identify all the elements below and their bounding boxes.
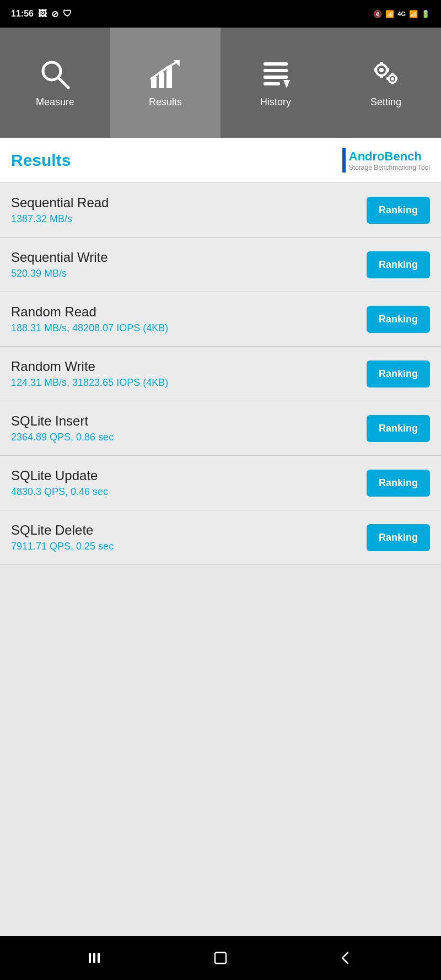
svg-rect-25 [98, 953, 100, 963]
benchmark-info: SQLite Insert 2364.89 QPS, 0.86 sec [11, 413, 114, 443]
photo-icon: 🖼 [38, 9, 47, 19]
ranking-button-4[interactable]: Ranking [367, 415, 430, 442]
svg-rect-21 [386, 77, 389, 80]
tab-setting[interactable]: Setting [331, 28, 441, 138]
brand-logo: AndroBench Storage Benchmarking Tool [342, 148, 430, 173]
benchmark-name: Sequential Write [11, 250, 108, 265]
tab-setting-label: Setting [370, 96, 401, 108]
tab-history[interactable]: History [220, 28, 331, 138]
history-icon [259, 58, 292, 91]
4g-icon: 4G [397, 10, 406, 17]
table-row: Random Read 188.31 MB/s, 48208.07 IOPS (… [0, 292, 441, 347]
benchmark-info: Random Read 188.31 MB/s, 48208.07 IOPS (… [11, 304, 168, 334]
table-row: Random Write 124.31 MB/s, 31823.65 IOPS … [0, 347, 441, 401]
ranking-button-2[interactable]: Ranking [367, 306, 430, 333]
brand-name-1: Andro [349, 149, 385, 163]
svg-rect-7 [263, 69, 288, 72]
benchmark-value: 520.39 MB/s [11, 268, 108, 279]
benchmark-info: SQLite Update 4830.3 QPS, 0.46 sec [11, 468, 108, 498]
nav-tabs: Measure Results History [0, 28, 441, 138]
back-icon [337, 949, 354, 967]
nav-back-button[interactable] [337, 949, 354, 967]
benchmark-info: SQLite Delete 7911.71 QPS, 0.25 sec [11, 523, 114, 552]
svg-rect-8 [263, 76, 288, 79]
benchmark-value: 188.31 MB/s, 48208.07 IOPS (4KB) [11, 322, 168, 334]
tab-measure-label: Measure [36, 96, 74, 108]
results-icon [149, 58, 182, 91]
nav-home-button[interactable] [212, 949, 229, 967]
tab-history-label: History [260, 96, 291, 108]
results-header: Results AndroBench Storage Benchmarking … [0, 138, 441, 183]
menu-icon [87, 949, 104, 967]
brand-text: AndroBench Storage Benchmarking Tool [349, 149, 430, 171]
measure-icon [39, 58, 72, 91]
benchmark-value: 124.31 MB/s, 31823.65 IOPS (4KB) [11, 377, 168, 389]
benchmark-info: Random Write 124.31 MB/s, 31823.65 IOPS … [11, 359, 168, 389]
table-row: Sequential Read 1387.32 MB/s Ranking [0, 183, 441, 238]
brand-name-2: Bench [385, 149, 422, 163]
benchmark-info: Sequential Read 1387.32 MB/s [11, 195, 109, 225]
status-bar: 11:56 🖼 ⊘ 🛡 🔇 📶 4G 📶 🔋 [0, 0, 441, 28]
ranking-button-0[interactable]: Ranking [367, 197, 430, 224]
svg-marker-10 [283, 80, 290, 88]
svg-point-12 [379, 68, 384, 72]
benchmark-name: SQLite Update [11, 468, 108, 483]
svg-rect-20 [391, 82, 394, 84]
benchmark-name: Random Write [11, 359, 168, 374]
svg-rect-6 [263, 62, 288, 66]
svg-rect-9 [263, 82, 280, 85]
svg-rect-26 [215, 952, 226, 963]
nav-menu-button[interactable] [87, 949, 104, 967]
benchmark-value: 2364.89 QPS, 0.86 sec [11, 432, 114, 443]
shield-icon: 🛡 [63, 9, 72, 19]
ranking-button-1[interactable]: Ranking [367, 251, 430, 278]
benchmark-list: Sequential Read 1387.32 MB/s Ranking Seq… [0, 183, 441, 936]
ranking-button-6[interactable]: Ranking [367, 524, 430, 551]
svg-rect-4 [166, 66, 172, 88]
wifi-icon: 📶 [385, 10, 394, 18]
table-row: SQLite Update 4830.3 QPS, 0.46 sec Ranki… [0, 456, 441, 510]
benchmark-name: SQLite Insert [11, 413, 114, 429]
time-display: 11:56 [11, 9, 34, 19]
bottom-nav [0, 936, 441, 980]
tab-results-label: Results [149, 96, 182, 108]
brand-name: AndroBench [349, 149, 430, 164]
svg-rect-17 [374, 68, 377, 72]
benchmark-name: Sequential Read [11, 195, 109, 211]
status-right: 🔇 📶 4G 📶 🔋 [373, 10, 430, 18]
benchmark-value: 1387.32 MB/s [11, 213, 109, 225]
page-title: Results [11, 151, 71, 170]
svg-rect-16 [380, 74, 383, 78]
svg-rect-3 [159, 72, 164, 88]
battery-icon: 🔋 [421, 10, 430, 18]
svg-rect-23 [89, 953, 91, 963]
svg-rect-15 [380, 62, 383, 66]
mute-icon: 🔇 [373, 10, 382, 18]
setting-icon [369, 58, 402, 91]
ranking-button-3[interactable]: Ranking [367, 360, 430, 387]
home-icon [212, 949, 229, 967]
benchmark-value: 7911.71 QPS, 0.25 sec [11, 541, 114, 552]
benchmark-name: SQLite Delete [11, 523, 114, 538]
signal-icon: 📶 [409, 10, 418, 18]
tab-results[interactable]: Results [110, 28, 220, 138]
brand-sub: Storage Benchmarking Tool [349, 164, 430, 171]
table-row: SQLite Delete 7911.71 QPS, 0.25 sec Rank… [0, 510, 441, 565]
svg-rect-18 [386, 68, 389, 72]
brand-bar-accent [342, 148, 346, 173]
svg-line-1 [58, 78, 68, 88]
svg-rect-22 [395, 77, 397, 80]
tab-measure[interactable]: Measure [0, 28, 110, 138]
svg-rect-24 [93, 953, 95, 963]
benchmark-name: Random Read [11, 304, 168, 320]
benchmark-info: Sequential Write 520.39 MB/s [11, 250, 108, 279]
benchmark-value: 4830.3 QPS, 0.46 sec [11, 486, 108, 498]
table-row: Sequential Write 520.39 MB/s Ranking [0, 238, 441, 292]
no-disturb-icon: ⊘ [51, 9, 58, 19]
ranking-button-5[interactable]: Ranking [367, 470, 430, 497]
table-row: SQLite Insert 2364.89 QPS, 0.86 sec Rank… [0, 401, 441, 456]
svg-point-14 [391, 77, 394, 80]
svg-rect-19 [391, 73, 394, 76]
status-left: 11:56 🖼 ⊘ 🛡 [11, 9, 72, 19]
